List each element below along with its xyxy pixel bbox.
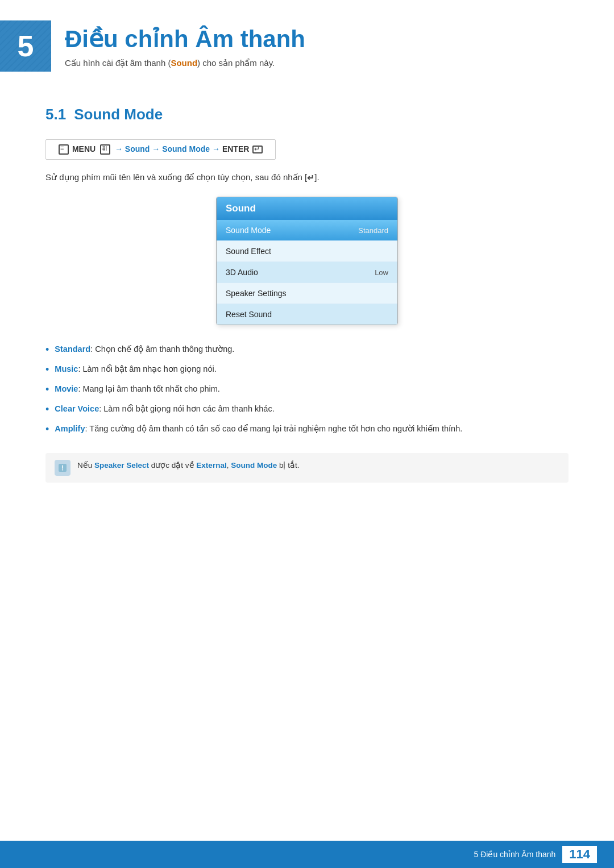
sound-menu-header: Sound [217, 197, 397, 220]
chapter-title-block: Điều chỉnh Âm thanh Cấu hình cài đặt âm … [65, 20, 305, 68]
list-item: • Music: Làm nổi bật âm nhạc hơn giọng n… [45, 363, 569, 377]
list-item: • Clear Voice: Làm nổi bật giọng nói hơn… [45, 403, 569, 417]
chapter-subtitle: Cấu hình cài đặt âm thanh (Sound) cho sả… [65, 58, 305, 68]
menu-arrow2: → [152, 144, 160, 153]
footer-text: 5 Điều chỉnh Âm thanh [474, 850, 556, 859]
chapter-header: 5 Điều chỉnh Âm thanh Cấu hình cài đặt â… [0, 0, 614, 83]
3d-audio-label: 3D Audio [226, 268, 258, 277]
sound-menu-item-3d-audio[interactable]: 3D Audio Low [217, 262, 397, 283]
list-item-text: Music: Làm nổi bật âm nhạc hơn giọng nói… [55, 363, 216, 376]
chapter-number: 5 [18, 31, 34, 61]
page-footer: 5 Điều chỉnh Âm thanh 114 [0, 841, 614, 868]
section-title: Sound Mode [74, 106, 163, 123]
menu-path-box: MENU III → Sound → Sound Mode → ENTER [45, 139, 276, 160]
note-text: Nếu Speaker Select được đặt về External,… [77, 460, 299, 471]
list-item: • Standard: Chọn chế độ âm thanh thông t… [45, 343, 569, 358]
remote-icon [59, 144, 69, 155]
list-item: • Movie: Mang lại âm thanh tốt nhất cho … [45, 383, 569, 397]
menu-label: MENU [72, 144, 96, 153]
sound-menu-item-speaker-settings[interactable]: Speaker Settings [217, 283, 397, 304]
chapter-number-block: 5 [0, 20, 51, 72]
list-item-text: Standard: Chọn chế độ âm thanh thông thư… [55, 343, 234, 356]
note-term3: Sound Mode [231, 461, 277, 470]
bracket-enter-icon: ↵ [307, 173, 314, 183]
menu-box-icon: III [100, 144, 110, 155]
bullet-dot: • [45, 402, 49, 417]
bullet-dot: • [45, 422, 49, 437]
section-number: 5.1 [45, 106, 66, 123]
chapter-title: Điều chỉnh Âm thanh [65, 26, 305, 52]
enter-icon [252, 146, 263, 153]
bullet-dot: • [45, 362, 49, 377]
speaker-settings-label: Speaker Settings [226, 289, 287, 298]
menu-arrow1: → [115, 144, 123, 153]
sound-effect-label: Sound Effect [226, 247, 271, 256]
footer-page-number: 114 [562, 846, 597, 863]
sound-menu: Sound Sound Mode Standard Sound Effect 3… [216, 197, 398, 325]
list-item-text: Movie: Mang lại âm thanh tốt nhất cho ph… [55, 383, 220, 396]
3d-audio-value: Low [375, 268, 388, 277]
bullet-dot: • [45, 382, 49, 397]
reset-sound-label: Reset Sound [226, 310, 272, 319]
sound-mode-label: Sound Mode [226, 226, 271, 235]
list-item-text: Amplify: Tăng cường độ âm thanh có tần s… [55, 423, 462, 435]
sound-menu-container: Sound Sound Mode Standard Sound Effect 3… [45, 197, 569, 325]
menu-sound: Sound [125, 144, 150, 153]
note-term2: External [196, 461, 226, 470]
instruction-text: Sử dụng phím mũi tên lên và xuống để chọ… [45, 172, 569, 183]
sound-menu-item-sound-effect[interactable]: Sound Effect [217, 241, 397, 262]
sound-mode-value: Standard [358, 226, 388, 235]
note-box: Nếu Speaker Select được đặt về External,… [45, 453, 569, 483]
list-item-text: Clear Voice: Làm nổi bật giọng nói hơn c… [55, 403, 274, 416]
note-icon [55, 460, 70, 476]
menu-enter: ENTER [222, 144, 249, 153]
bullet-list: • Standard: Chọn chế độ âm thanh thông t… [45, 343, 569, 437]
note-term1: Speaker Select [94, 461, 149, 470]
sound-menu-item-sound-mode[interactable]: Sound Mode Standard [217, 220, 397, 241]
section-heading: 5.1 Sound Mode [45, 106, 569, 123]
menu-arrow3: → [212, 144, 220, 153]
list-item: • Amplify: Tăng cường độ âm thanh có tần… [45, 423, 569, 437]
bullet-dot: • [45, 342, 49, 358]
sound-menu-item-reset-sound[interactable]: Reset Sound [217, 304, 397, 325]
menu-sound-mode: Sound Mode [162, 144, 210, 153]
main-content: 5.1 Sound Mode MENU III → Sound → Sound … [0, 83, 614, 528]
